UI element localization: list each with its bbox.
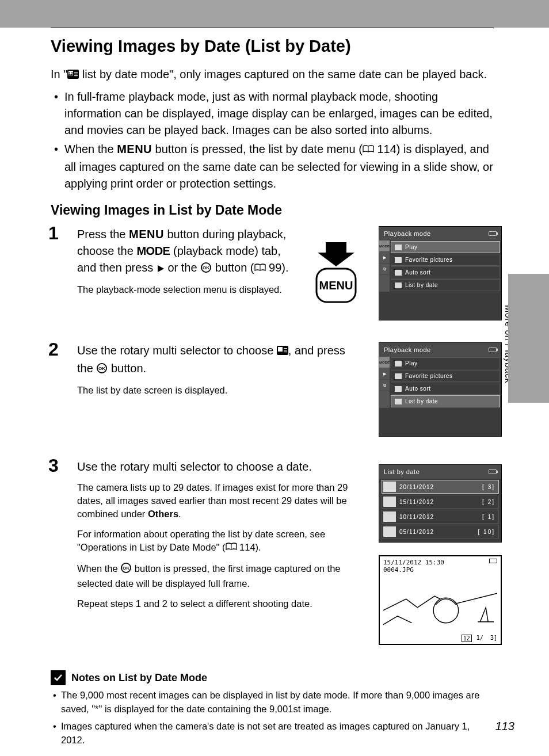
intro-bullet-list: In full-frame playback mode, just as wit… [51,89,494,192]
page-number: 113 [495,720,514,733]
date-row: 05/11/2012[ 10] [382,525,499,539]
svg-rect-3 [74,72,78,72]
svg-rect-4 [74,74,78,74]
svg-rect-16 [284,350,287,350]
book-icon [363,142,374,159]
svg-text:OK: OK [123,566,129,571]
preview-filename: 0004.JPG [380,566,501,575]
right-triangle-icon [157,261,165,277]
star-icon [395,257,402,263]
menu-item-autosort: Auto sort [391,266,500,278]
bullet-1: In full-frame playback mode, just as wit… [51,89,494,139]
menu-button-text: MENU [319,279,353,292]
bullet-2: When the MENU button is pressed, the lis… [51,141,494,192]
svg-rect-5 [74,75,78,76]
step-3-instruction: Use the rotary multi selector to choose … [77,459,371,475]
battery-icon [489,231,497,236]
menu-item-favorites: Favorite pictures [391,254,500,266]
page-title: Viewing Images by Date (List by Date) [51,37,494,56]
svg-marker-11 [318,242,354,266]
step-3-note-3: When the OK button is pressed, the first… [77,562,371,590]
check-box-icon [51,670,66,685]
header-gray-band [0,0,549,28]
ok-button-icon: OK [120,563,132,576]
intro-post: list by date mode", only images captured… [79,68,487,81]
intro-paragraph: In "12 list by date mode", only images c… [51,66,494,84]
step-1: 1 Press the MENU button during playback,… [51,226,494,330]
calendar-icon [395,282,402,288]
content-column: Viewing Images by Date (List by Date) In… [51,28,494,751]
svg-text:12: 12 [68,71,73,75]
step-1-note: The playback-mode selection menu is disp… [77,283,302,296]
thumbnail-icon [383,482,396,492]
step-1-number: 1 [48,223,59,244]
date-row: 15/11/2012[ 2] [382,495,499,509]
step-3-note-1: The camera lists up to 29 dates. If imag… [77,481,371,521]
battery-icon [489,469,497,474]
playback-mode-screen-2: Playback mode MODE ▶ ⧉ Play Favorite pic… [379,342,502,437]
svg-rect-17 [284,352,287,352]
menu-item-play: Play [391,241,500,253]
step-2-instruction: Use the rotary multi selector to choose … [77,342,359,378]
date-row: 10/11/2012[ 1] [382,510,499,524]
note-item-1: The 9,000 most recent images can be disp… [51,689,494,716]
book-icon [226,541,237,555]
section-side-label: More on Playback [503,305,513,383]
intro-pre: In " [51,68,67,81]
notes-section: Notes on List by Date Mode The 9,000 mos… [51,670,494,747]
calendar-icon [277,343,288,360]
menu-item-listbydate: List by date [391,279,500,291]
svg-point-23 [433,598,459,623]
battery-icon [489,348,497,352]
step-3-note-2: For information about operating the list… [77,528,371,555]
svg-rect-15 [284,348,287,349]
mode-badge-icon: 12 [462,635,472,642]
svg-text:OK: OK [203,265,209,270]
top-rule [51,28,494,28]
book-icon [254,261,266,277]
ok-button-icon: OK [200,261,212,277]
play-icon [395,245,402,250]
step-3-note-4: Repeat steps 1 and 2 to select a differe… [77,597,371,610]
image-preview-screen: 15/11/2012 15:30 0004.JPG 12 1/ 3] [379,555,502,645]
subheading: Viewing Images in List by Date Mode [51,203,494,218]
notes-heading: Notes on List by Date Mode [71,672,207,684]
step-2-note: The list by date screen is displayed. [77,384,359,397]
playback-mode-screen-1: Playback mode MODE ▶ ⧉ Play Favorite pic… [379,226,502,320]
note-item-2: Images captured when the camera's date i… [51,720,494,747]
step-2-number: 2 [48,339,59,360]
step-3: 3 Use the rotary multi selector to choos… [51,459,494,654]
menu-button-illustration: MENU [313,241,359,307]
svg-text:OK: OK [98,366,105,371]
svg-marker-7 [158,265,164,272]
menu-label: MENU [117,143,152,155]
svg-rect-14 [278,347,283,352]
ok-button-icon: OK [96,361,108,378]
step-1-instruction: Press the MENU button during playback, c… [77,226,302,277]
battery-icon [489,559,497,563]
list-by-date-screen: List by date 20/11/2012[ 3] 15/11/2012[ … [379,464,502,543]
preview-illustration [383,576,497,633]
calendar-icon: 12 [67,67,79,84]
step-3-number: 3 [48,455,59,476]
date-row: 20/11/2012[ 3] [382,480,499,494]
preview-timestamp: 15/11/2012 15:30 [383,559,444,566]
step-2: 2 Use the rotary multi selector to choos… [51,342,494,446]
sort-icon [395,270,402,276]
manual-page: More on Playback Viewing Images by Date … [0,0,549,756]
